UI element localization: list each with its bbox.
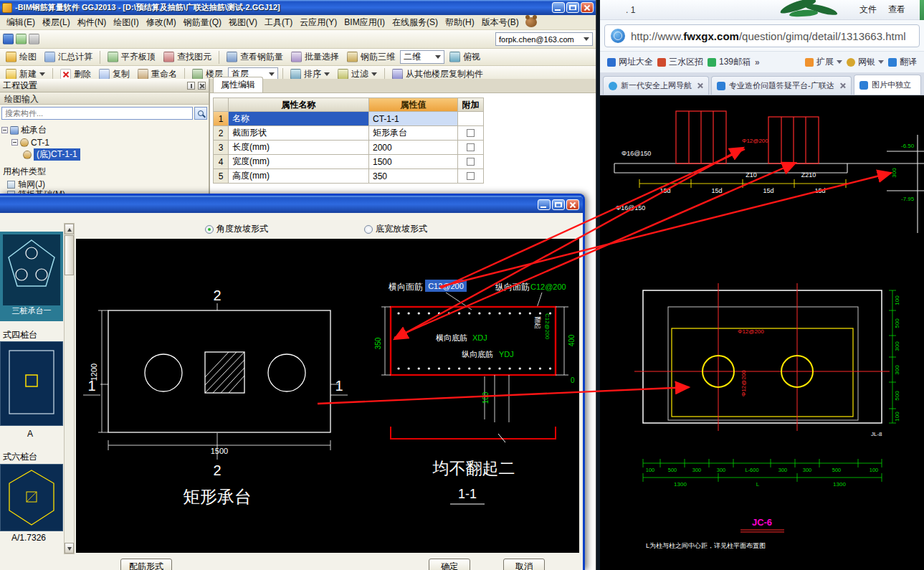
thumb-three-pile-cap[interactable]: 三桩承台一 [0, 232, 63, 321]
prop-value[interactable]: 350 [369, 169, 458, 184]
bookmark-139-mail[interactable]: 139邮箱 [708, 56, 751, 68]
scroll-down-icon[interactable] [65, 543, 74, 554]
bookmarks-overflow-icon[interactable]: » [755, 57, 760, 67]
menu-floor[interactable]: 楼层(L) [39, 15, 74, 30]
menu-rebar-qty[interactable]: 钢筋量(Q) [180, 15, 225, 30]
view-mode-dropdown[interactable]: 二维 [400, 50, 444, 64]
align-slab-top-button[interactable]: 平齐板顶 [105, 50, 158, 64]
prop-value[interactable]: 2000 [369, 141, 458, 155]
prop-value[interactable]: 1500 [369, 155, 458, 169]
property-row[interactable]: 3 长度(mm) 2000 [213, 141, 484, 155]
rebar-3d-button[interactable]: 钢筋三维 [344, 50, 398, 64]
menu-view[interactable]: 视图(V) [225, 15, 261, 30]
prop-value[interactable]: CT-1-1 [369, 112, 458, 126]
dialog-maximize-icon[interactable] [552, 199, 565, 210]
undo-icon[interactable] [16, 34, 27, 44]
scrollbar-thumb[interactable] [65, 235, 74, 275]
dialog-titlebar[interactable] [0, 196, 583, 213]
tree-node-ct1[interactable]: CT-1 [1, 136, 207, 148]
tab-property-editor[interactable]: 属性编辑 [213, 77, 263, 92]
prop-name[interactable]: 名称 [229, 112, 369, 126]
value-bottom-rebar-h[interactable]: XDJ [472, 333, 487, 342]
account-dropdown[interactable]: forpk.chen@163.com [495, 32, 593, 46]
dialog-minimize-icon[interactable] [538, 199, 551, 210]
extra-checkbox[interactable] [467, 143, 475, 151]
tab-draw-input[interactable]: 绘图输入 [0, 92, 209, 105]
collapse-icon[interactable] [11, 139, 18, 146]
property-row[interactable]: 4 宽度(mm) 1500 [213, 155, 484, 169]
radio-bottom-width-slope[interactable]: 底宽放坡形式 [364, 223, 427, 235]
close-icon[interactable] [581, 2, 594, 13]
menu-cloud[interactable]: 云应用(Y) [296, 15, 340, 30]
thumb-label: 三桩承台一 [3, 305, 60, 316]
ggj-titlebar[interactable]: -BIM钢筋算量软件 GGJ2013 - [D:\预结算及抽筋\广联达抽筋\测试… [0, 0, 596, 15]
property-row[interactable]: 2 截面形状 矩形承台 [213, 126, 484, 141]
find-element-button[interactable]: 查找图元 [161, 50, 214, 64]
minimize-icon[interactable] [552, 2, 565, 13]
menu-bim[interactable]: BIM应用(I) [340, 15, 389, 30]
prop-name: 高度(mm) [229, 169, 369, 184]
tab-close-icon[interactable] [839, 82, 846, 89]
menu-online-service[interactable]: 在线服务(S) [389, 15, 442, 30]
translate-button[interactable]: 翻译 [888, 56, 917, 68]
redo-icon[interactable] [29, 34, 39, 44]
dialog-close-icon[interactable] [566, 199, 579, 210]
menu-edit[interactable]: 编辑(E) [3, 15, 39, 30]
tab-glodon-qa[interactable]: 专业造价问题答疑平台-广联达 [711, 76, 852, 95]
rebar-form-button[interactable]: 配筋形式 [120, 559, 172, 570]
menu-component[interactable]: 构件(N) [74, 15, 110, 30]
property-row[interactable]: 5 高度(mm) 350 [213, 169, 484, 184]
prop-value[interactable]: 矩形承台 [369, 126, 458, 141]
browser-menu-view[interactable]: 查看 [882, 4, 911, 16]
panel-close-icon[interactable] [198, 82, 206, 90]
menu-tools[interactable]: 工具(T) [261, 15, 296, 30]
value-bottom-rebar-v[interactable]: YDJ [499, 350, 514, 358]
top-view-button[interactable]: 俯视 [447, 50, 483, 64]
value-top-rebar-v[interactable]: C12@200 [530, 282, 566, 291]
tab-safe-nav[interactable]: 新一代安全上网导航 [603, 76, 709, 95]
summary-calc-button[interactable]: 汇总计算 [42, 50, 95, 64]
collapse-icon[interactable] [1, 127, 8, 133]
bookmark-site-nav[interactable]: 网址大全 [607, 56, 653, 68]
bookmark-sanshui[interactable]: 三水区招 [657, 56, 703, 68]
property-row[interactable]: 1 名称 CT-1-1 [213, 112, 484, 126]
thumb-six-pile-cap[interactable] [0, 464, 63, 531]
menu-draw[interactable]: 绘图(I) [110, 15, 142, 30]
extra-checkbox[interactable] [467, 158, 475, 166]
tree-node-ct1-1[interactable]: (底)CT-1-1 [1, 148, 207, 161]
search-icon[interactable] [194, 107, 207, 120]
radio-unselected-icon[interactable] [364, 225, 373, 234]
maximize-icon[interactable] [566, 2, 579, 13]
batch-select-button[interactable]: 批量选择 [288, 50, 342, 64]
cancel-button[interactable]: 取消 [503, 559, 545, 570]
value-top-rebar-h[interactable]: C12@200 [428, 282, 464, 290]
desktop: -BIM钢筋算量软件 GGJ2013 - [D:\预结算及抽筋\广联达抽筋\测试… [0, 0, 924, 570]
menu-modify[interactable]: 修改(M) [143, 15, 180, 30]
scroll-up-icon[interactable] [65, 224, 74, 234]
url-row: http://www.fwxgx.com/question/gimq/detai… [600, 20, 924, 52]
pin-icon[interactable] [187, 82, 195, 90]
view-rebar-qty-button[interactable]: 查看钢筋量 [224, 50, 286, 64]
draw-button[interactable]: 绘图 [3, 50, 39, 64]
ok-button[interactable]: 确定 [429, 559, 470, 570]
section-dim-100: 100 [482, 391, 490, 404]
extensions-button[interactable]: 扩展 [805, 56, 842, 68]
search-input[interactable] [1, 107, 193, 120]
thumbnail-scrollbar[interactable] [64, 223, 75, 554]
extra-checkbox[interactable] [467, 129, 475, 137]
radio-angle-slope[interactable]: 角度放坡形式 [205, 223, 268, 235]
browser-menu-file[interactable]: 文件 [854, 4, 882, 16]
save-icon[interactable] [3, 34, 14, 44]
tree-node-pile-cap[interactable]: 桩承台 [1, 124, 207, 136]
thumb-four-pile-cap[interactable] [0, 341, 63, 426]
tab-close-icon[interactable] [697, 82, 703, 89]
radio-selected-icon[interactable] [205, 225, 214, 234]
url-text[interactable]: http://www.fwxgx.com/question/gimq/detai… [631, 30, 906, 42]
extra-checkbox[interactable] [467, 172, 475, 180]
menu-version[interactable]: 版本号(B) [478, 15, 523, 30]
menu-help[interactable]: 帮助(H) [442, 15, 478, 30]
address-bar[interactable]: http://www.fwxgx.com/question/gimq/detai… [604, 24, 920, 47]
tab-image-view[interactable]: 图片中独立 [854, 75, 921, 95]
translate-icon [888, 58, 897, 67]
ebank-button[interactable]: 网银 [847, 56, 884, 68]
